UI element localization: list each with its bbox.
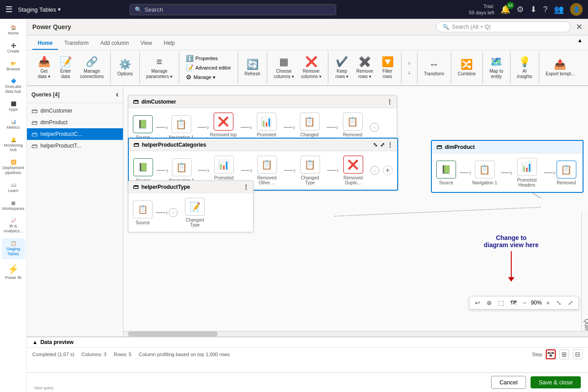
step-removed-duplic[interactable]: ❌ Removed Duplic... [340, 156, 367, 185]
save-close-button[interactable]: Save & close [531, 376, 581, 388]
zoom-collapse-btn[interactable]: ⤡ [554, 298, 563, 307]
zoom-fit-btn[interactable]: ⊕ [485, 298, 494, 307]
step-removed-dp[interactable]: 📋 Removed [557, 161, 576, 185]
step-add-button[interactable]: + [383, 166, 393, 175]
sidebar-item-create[interactable]: ➕ Create [2, 40, 25, 57]
step-source-2[interactable]: 📗 Source [133, 158, 153, 183]
diagram-view-icon[interactable] [546, 349, 556, 359]
sidebar-item-bi-analytics[interactable]: 📈 BI & Analytics... [2, 215, 25, 236]
ribbon-btn-keep-rows[interactable]: ✔️ Keeprows ▾ [332, 54, 352, 81]
ribbon-btn-filter-rows[interactable]: 🔽 Filterrows [377, 54, 397, 81]
sidebar-item-monitoring[interactable]: 🔔 Monitoring hub [2, 135, 25, 156]
sidebar-item-powerbi[interactable]: ⚡ Power BI [2, 261, 25, 283]
step-changed-type2[interactable]: 📋 Changed Type [297, 156, 324, 185]
notification-bell[interactable]: 🔔 93 [500, 4, 510, 14]
ribbon-btn-manage-connections[interactable]: 🔗 Manageconnections [77, 54, 106, 81]
sidebar-item-workspaces[interactable]: ▦ Workspaces [2, 198, 25, 214]
ribbon-btn-get-data[interactable]: 📥 Getdata ▾ [34, 54, 54, 81]
step-nav1-2[interactable]: 📋 Navigation 1 [169, 158, 194, 183]
step-nav-dp[interactable]: 📋 Navigation 1 [472, 161, 497, 185]
step-removed-other2[interactable]: 📋 Removed Other ... [254, 156, 281, 185]
tab-add-column[interactable]: Add column [95, 37, 134, 50]
user-avatar[interactable]: 👤 [570, 3, 583, 16]
ribbon-btn-sort-asc[interactable]: ↑ [405, 60, 413, 67]
preview-expand-icon[interactable]: ▲ [32, 339, 38, 345]
hamburger-icon[interactable]: ☰ [5, 4, 13, 14]
step-changed-type3[interactable]: 📝 Changed Type [181, 198, 208, 227]
sidebar-item-onelake[interactable]: 🔷 OneLake data hub [2, 76, 25, 97]
helper-type-more-icon[interactable]: ⋮ [243, 184, 249, 190]
tab-home[interactable]: Home [32, 37, 58, 50]
sidebar-item-learn[interactable]: 📖 Learn [2, 180, 25, 196]
sidebar-label-metrics: Metrics [7, 125, 20, 130]
onelake-icon: 🔷 [11, 78, 16, 83]
ribbon-btn-properties[interactable]: ℹ️ Properties [183, 54, 234, 63]
ribbon-btn-ai-insights[interactable]: 💡 AIinsights [514, 54, 535, 81]
global-search-bar[interactable]: 🔍 Search [130, 4, 336, 15]
queries-collapse-btn[interactable]: ‹ [116, 90, 118, 99]
connector-9 [284, 170, 293, 171]
ribbon-btn-combine[interactable]: 🔀 Combine [455, 57, 478, 78]
tab-help[interactable]: Help [158, 37, 180, 50]
pq-search-bar[interactable]: 🔍 Search (Alt + Q) [436, 22, 570, 32]
sidebar-item-apps[interactable]: ⬛ Apps [2, 99, 25, 115]
ribbon-btn-export-template[interactable]: 📤 Export templ... [543, 57, 577, 78]
learn-icon: 📖 [11, 183, 16, 187]
ribbon-btn-choose-columns[interactable]: ▦ Choosecolumns ▾ [271, 54, 297, 81]
ribbon-btn-advanced-editor[interactable]: 📝 Advanced editor [183, 63, 234, 72]
advanced-editor-icon: 📝 [186, 64, 193, 71]
step-source-dp[interactable]: 📗 Source [436, 161, 456, 185]
helper-cat-shrink-icon[interactable]: ⤢ [380, 142, 385, 148]
ribbon-btn-manage-parameters[interactable]: ≡ Manageparameters ▾ [144, 54, 175, 81]
zoom-expand-btn[interactable]: ⤢ [566, 298, 575, 307]
grid-view-icon[interactable]: ⊞ [559, 349, 569, 359]
step-nav1-1[interactable]: 📋 Navigation 1 [169, 115, 194, 140]
remove-columns-icon: ❌ [305, 56, 317, 68]
options-label: Options [117, 71, 132, 77]
cancel-button[interactable]: Cancel [491, 376, 526, 389]
sidebar-item-home[interactable]: 🏠 Home [2, 22, 25, 39]
ribbon-btn-remove-columns[interactable]: ❌ Removecolumns ▾ [298, 54, 324, 81]
download-icon[interactable]: ⬇ [530, 4, 537, 14]
ribbon-btn-enter-data[interactable]: 📝 Enterdata [56, 54, 75, 81]
helper-cat-more-icon[interactable]: ⋮ [387, 142, 393, 148]
bottom-action-bar: Cancel Save & close [27, 372, 588, 392]
query-item-helper-product-c[interactable]: 🗃 helperProductC... [27, 128, 123, 140]
ribbon-btn-refresh[interactable]: 🔄 Refresh [242, 57, 263, 78]
share-people-icon[interactable]: 👥 [554, 4, 564, 14]
ribbon-btn-options[interactable]: ⚙️ Options [114, 57, 135, 78]
settings-icon[interactable]: ⚙ [517, 4, 524, 14]
h-scrollbar-thumb[interactable] [128, 331, 218, 336]
ribbon-btn-map-entity[interactable]: 🗺️ Map toentity [487, 54, 506, 81]
ribbon-btn-transform[interactable]: ↔️ Transform [421, 57, 447, 78]
step-source-1[interactable]: 📗 Source [133, 115, 153, 140]
zoom-plus-btn[interactable]: + [544, 298, 552, 307]
step-promoted-dp[interactable]: 📊 Promoted Headers [513, 158, 540, 187]
zoom-undo-btn[interactable]: ↩ [473, 298, 482, 307]
query-item-dim-product[interactable]: 🗃 dimProduct [27, 117, 123, 128]
title-dropdown-icon[interactable]: ▾ [58, 6, 61, 13]
step-source-3[interactable]: 📋 Source [133, 200, 153, 225]
sidebar-item-deployment[interactable]: 🔀 Deployment pipelines [2, 157, 25, 178]
sidebar-item-staging[interactable]: 📋 Staging Tables [2, 238, 25, 259]
helper-cat-expand-icon[interactable]: ⤡ [373, 142, 377, 148]
zoom-minus-btn[interactable]: − [521, 298, 528, 307]
query-item-helper-product-t[interactable]: 🗃 helperProductT... [27, 140, 123, 152]
ai-insights-icon: 💡 [518, 56, 531, 68]
h-scrollbar[interactable] [123, 331, 588, 336]
column-view-icon[interactable]: ⊟ [573, 349, 583, 359]
help-icon[interactable]: ? [543, 5, 548, 14]
zoom-frame-btn[interactable]: ⬚ [496, 298, 506, 307]
tab-transform[interactable]: Transform [59, 37, 94, 50]
query-item-dim-customer[interactable]: 🗃 dimCustomer [27, 105, 123, 117]
tab-view[interactable]: View [135, 37, 158, 50]
ribbon-btn-sort-desc[interactable]: ↓ [405, 69, 413, 76]
ribbon-btn-manage[interactable]: ⚙ Manage ▾ [183, 73, 234, 82]
zoom-map-btn[interactable]: 🗺 [509, 298, 518, 307]
ribbon-collapse-btn[interactable]: ▲ [577, 37, 583, 50]
dim-customer-more-icon[interactable]: ⋮ [387, 99, 392, 105]
ribbon-btn-remove-rows[interactable]: ✖️ Removerows ▾ [354, 54, 376, 81]
sidebar-item-browse[interactable]: 📂 Browse [2, 58, 25, 74]
pq-close-button[interactable]: ✕ [576, 22, 583, 32]
sidebar-item-metrics[interactable]: 📊 Metrics [2, 117, 25, 133]
